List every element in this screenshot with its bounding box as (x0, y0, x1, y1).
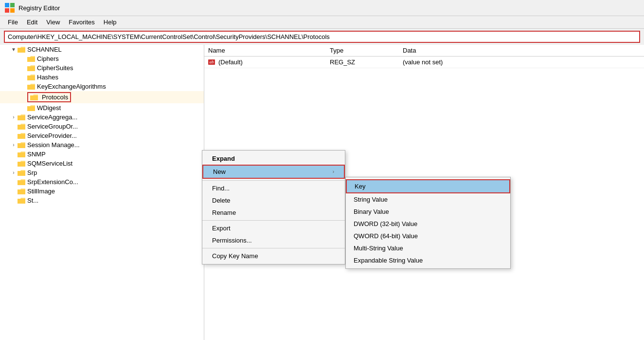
protocols-box: Protocols (27, 92, 71, 102)
submenu-label-expandable: Expandable String Value (354, 257, 423, 264)
submenu-label-multistring: Multi-String Value (354, 245, 403, 252)
tree-label-protocols: Protocols (42, 94, 68, 101)
tree-item-srpextension[interactable]: SrpExtensionCo... (0, 177, 204, 187)
tree-label-wdigest: WDigest (37, 104, 61, 112)
tree-label-st: St... (27, 197, 38, 204)
name-cell-default: ab (Default) (208, 58, 330, 66)
folder-icon-protocols (30, 94, 38, 101)
tree-item-srp[interactable]: › Srp (0, 168, 204, 177)
menu-help[interactable]: Help (100, 17, 121, 27)
expand-arrow-session-manager: › (10, 142, 18, 148)
tree-item-keyexchange[interactable]: KeyExchangeAlgorithms (0, 82, 204, 91)
col-header-name: Name (208, 47, 330, 54)
menu-edit[interactable]: Edit (23, 17, 41, 27)
folder-icon-servicegroupor (18, 123, 25, 130)
folder-icon-keyexchange (27, 83, 35, 90)
ctx-item-new[interactable]: New › (202, 165, 345, 179)
tree-item-sqmservicelist[interactable]: SQMServiceList (0, 159, 204, 168)
tree-item-protocols[interactable]: Protocols (0, 91, 204, 103)
tree-label-schannel: SCHANNEL (27, 46, 62, 53)
ctx-arrow-new: › (333, 169, 334, 174)
detail-header: Name Type Data (204, 45, 644, 57)
folder-icon-srpextension (18, 179, 25, 186)
submenu-item-string[interactable]: String Value (346, 193, 510, 206)
expand-arrow-serviceaggregate: › (10, 114, 18, 120)
svg-rect-1 (10, 3, 15, 7)
submenu: Key String Value Binary Value DWORD (32-… (345, 177, 511, 269)
ctx-label-rename: Rename (212, 209, 236, 216)
svg-rect-2 (5, 8, 9, 13)
tree-label-ciphers: Ciphers (37, 55, 59, 62)
submenu-label-dword: DWORD (32-bit) Value (354, 220, 417, 227)
tree-item-st[interactable]: St... (0, 196, 204, 205)
ctx-label-delete: Delete (212, 197, 231, 204)
tree-item-wdigest[interactable]: WDigest (0, 103, 204, 113)
tree-label-sqmservicelist: SQMServiceList (27, 160, 72, 167)
ctx-separator-1 (202, 180, 345, 181)
folder-icon-session-manager (18, 142, 25, 149)
tree-label-serviceaggregate: ServiceAggrega... (27, 113, 77, 121)
submenu-item-qword[interactable]: QWORD (64-bit) Value (346, 230, 510, 242)
svg-rect-0 (5, 3, 9, 7)
tree-label-servicegroupor: ServiceGroupOr... (27, 123, 78, 130)
submenu-item-key[interactable]: Key (346, 179, 510, 193)
app-title: Registry Editor (18, 4, 60, 12)
type-cell-default: REG_SZ (330, 58, 403, 66)
ctx-label-expand: Expand (212, 155, 235, 162)
address-path: Computer\HKEY_LOCAL_MACHINE\SYSTEM\Curre… (8, 33, 330, 40)
submenu-item-expandable[interactable]: Expandable String Value (346, 254, 510, 266)
col-header-data: Data (403, 47, 640, 54)
submenu-item-multistring[interactable]: Multi-String Value (346, 242, 510, 254)
submenu-item-binary[interactable]: Binary Value (346, 206, 510, 218)
submenu-label-binary: Binary Value (354, 208, 389, 215)
tree-item-serviceprovider[interactable]: ServiceProvider... (0, 131, 204, 140)
tree-item-servicegroupor[interactable]: ServiceGroupOr... (0, 122, 204, 131)
ctx-item-copy-key-name[interactable]: Copy Key Name (202, 250, 345, 262)
folder-icon-serviceprovider (18, 132, 25, 139)
tree-label-session-manager: Session Manage... (27, 141, 80, 149)
ctx-item-find[interactable]: Find... (202, 182, 345, 194)
svg-rect-3 (10, 8, 15, 13)
title-bar: Registry Editor (0, 0, 644, 16)
tree-label-serviceprovider: ServiceProvider... (27, 132, 77, 139)
tree-item-schannel[interactable]: ▼ SCHANNEL (0, 45, 204, 54)
ctx-item-permissions[interactable]: Permissions... (202, 234, 345, 246)
tree-label-srpextension: SrpExtensionCo... (27, 178, 78, 186)
tree-item-serviceaggregate[interactable]: › ServiceAggrega... (0, 113, 204, 122)
data-cell-default: (value not set) (403, 58, 640, 66)
menu-view[interactable]: View (42, 17, 64, 27)
folder-icon-st (18, 197, 25, 204)
ctx-label-new: New (213, 168, 226, 175)
ctx-item-delete[interactable]: Delete (202, 194, 345, 207)
tree-item-hashes[interactable]: Hashes (0, 73, 204, 82)
detail-row-default[interactable]: ab (Default) REG_SZ (value not set) (204, 57, 644, 68)
tree-item-snmp[interactable]: SNMP (0, 150, 204, 159)
submenu-label-qword: QWORD (64-bit) Value (354, 232, 418, 240)
folder-icon-sqmservicelist (18, 160, 25, 167)
submenu-label-string: String Value (354, 196, 388, 203)
ctx-separator-3 (202, 248, 345, 248)
submenu-label-key: Key (355, 183, 365, 190)
tree-item-session-manager[interactable]: › Session Manage... (0, 140, 204, 150)
tree-item-ciphers[interactable]: Ciphers (0, 54, 204, 63)
ctx-label-permissions: Permissions... (212, 237, 252, 244)
ctx-item-rename[interactable]: Rename (202, 207, 345, 219)
menu-bar: File Edit View Favorites Help (0, 16, 644, 29)
folder-icon-srp (18, 170, 25, 176)
ctx-label-export: Export (212, 225, 231, 232)
ctx-separator-2 (202, 220, 345, 221)
ctx-item-export[interactable]: Export (202, 222, 345, 234)
tree-pane[interactable]: ▼ SCHANNEL Ciphers CipherSuites (0, 45, 204, 340)
address-bar[interactable]: Computer\HKEY_LOCAL_MACHINE\SYSTEM\Curre… (4, 31, 640, 43)
ctx-item-expand[interactable]: Expand (202, 152, 345, 165)
tree-item-stillimage[interactable]: StillImage (0, 187, 204, 196)
tree-item-ciphersuites[interactable]: CipherSuites (0, 63, 204, 73)
tree-label-srp: Srp (27, 169, 37, 176)
folder-icon-snmp (18, 151, 25, 158)
submenu-item-dword[interactable]: DWORD (32-bit) Value (346, 218, 510, 230)
folder-icon-schannel (18, 46, 25, 53)
menu-favorites[interactable]: Favorites (65, 17, 98, 27)
menu-file[interactable]: File (4, 17, 22, 27)
tree-label-hashes: Hashes (37, 74, 58, 81)
tree-label-keyexchange: KeyExchangeAlgorithms (37, 83, 106, 90)
